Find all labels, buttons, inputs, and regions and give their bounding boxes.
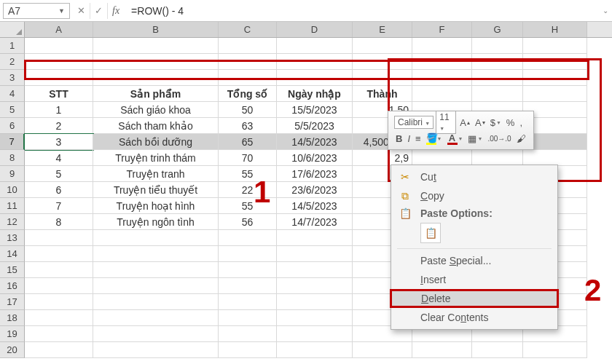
name-box-dropdown-icon[interactable]: ▼ (58, 7, 65, 15)
format-painter-icon[interactable]: 🖌 (515, 133, 527, 144)
col-header-A[interactable]: A (25, 22, 93, 37)
ctx-cut[interactable]: ✂ Cut (391, 167, 557, 186)
cell-B8[interactable]: Truyện trinh thám (93, 150, 219, 166)
enter-button[interactable]: ✓ (90, 3, 108, 19)
row-header-4[interactable]: 4 (0, 86, 25, 102)
cell-D7[interactable]: 14/5/2023 (277, 134, 353, 150)
row-header-3[interactable]: 3 (0, 70, 25, 86)
font-color-icon[interactable]: A▼ (446, 132, 465, 145)
row-header-9[interactable]: 9 (0, 166, 25, 182)
cell-D8[interactable]: 10/6/2023 (277, 150, 353, 166)
cell-A5[interactable]: 1 (25, 102, 93, 118)
name-box-value: A7 (8, 5, 20, 17)
cell-B6[interactable]: Sách tham khảo (93, 118, 219, 134)
row-header-11[interactable]: 11 (0, 198, 25, 214)
row-header-8[interactable]: 8 (0, 150, 25, 166)
cell-D6[interactable]: 5/5/2023 (277, 118, 353, 134)
col-header-E[interactable]: E (353, 22, 412, 37)
header-sanpham[interactable]: Sản phẩm (93, 86, 219, 102)
row-header-16[interactable]: 16 (0, 278, 25, 294)
cell-C5[interactable]: 50 (219, 102, 277, 118)
header-ngaynhap[interactable]: Ngày nhập (277, 86, 353, 102)
cell-B5[interactable]: Sách giáo khoa (93, 102, 219, 118)
cell-D5[interactable]: 15/5/2023 (277, 102, 353, 118)
row-header-7[interactable]: 7 (0, 134, 25, 150)
name-box[interactable]: A7 ▼ (3, 3, 70, 19)
row-header-15[interactable]: 15 (0, 262, 25, 278)
row-8: 8 4 Truyện trinh thám 70 10/6/2023 2,9 (0, 150, 612, 166)
row-header-13[interactable]: 13 (0, 230, 25, 246)
align-center-icon[interactable]: ≡ (414, 133, 423, 144)
row-header-5[interactable]: 5 (0, 102, 25, 118)
font-family-select[interactable]: Calibri ▼ (394, 116, 434, 129)
ctx-insert[interactable]: Insert (391, 270, 557, 289)
cell-D9[interactable]: 17/6/2023 (277, 166, 353, 182)
ctx-copy[interactable]: ⧉ Copy (391, 186, 557, 205)
decrease-font-icon[interactable]: A▾ (474, 117, 487, 128)
increase-font-icon[interactable]: A▴ (458, 117, 471, 128)
comma-format-icon[interactable]: , (518, 117, 524, 128)
row-20: 20 (0, 342, 612, 358)
cell-B9[interactable]: Truyện tranh (93, 166, 219, 182)
row-header-17[interactable]: 17 (0, 294, 25, 310)
row-header-6[interactable]: 6 (0, 118, 25, 134)
row-header-1[interactable]: 1 (0, 38, 25, 54)
annotation-number-1: 1 (254, 175, 270, 210)
col-header-F[interactable]: F (412, 22, 472, 37)
increase-decimal-icon[interactable]: .00→.0 (486, 135, 512, 143)
cell-A7[interactable]: 3 (25, 134, 93, 150)
cut-icon: ✂ (397, 171, 413, 183)
row-header-12[interactable]: 12 (0, 214, 25, 230)
col-header-D[interactable]: D (277, 22, 353, 37)
cell-B10[interactable]: Truyện tiểu thuyết (93, 182, 219, 198)
accounting-format-icon[interactable]: $▼ (489, 117, 503, 128)
cell-C8[interactable]: 70 (219, 150, 277, 166)
col-header-C[interactable]: C (219, 22, 277, 37)
italic-button[interactable]: I (406, 133, 412, 144)
cell-C7[interactable]: 65 (219, 134, 277, 150)
cell-D11[interactable]: 14/5/2023 (277, 198, 353, 214)
col-header-G[interactable]: G (472, 22, 523, 37)
cell-D12[interactable]: 14/7/2023 (277, 214, 353, 230)
copy-icon: ⧉ (397, 190, 413, 202)
row-header-20[interactable]: 20 (0, 342, 25, 358)
expand-formula-bar-icon[interactable]: ⌄ (599, 7, 612, 15)
percent-format-icon[interactable]: % (505, 117, 517, 128)
cell-E8[interactable]: 2,9 (353, 150, 412, 166)
cell-B12[interactable]: Truyện ngôn tình (93, 214, 219, 230)
header-thanh[interactable]: Thành (353, 86, 412, 102)
cell-A9[interactable]: 5 (25, 166, 93, 182)
row-header-10[interactable]: 10 (0, 182, 25, 198)
row-header-2[interactable]: 2 (0, 54, 25, 70)
row-header-19[interactable]: 19 (0, 326, 25, 342)
fill-color-icon[interactable]: 🪣▼ (425, 132, 444, 145)
cell-A10[interactable]: 6 (25, 182, 93, 198)
header-tongso[interactable]: Tổng số (219, 86, 277, 102)
formula-input[interactable]: =ROW() - 4 (124, 5, 599, 17)
fx-icon[interactable]: fx (108, 5, 124, 17)
cell-B11[interactable]: Truyện hoạt hình (93, 198, 219, 214)
font-size-select[interactable]: 11 ▼ (436, 111, 456, 134)
select-all-corner[interactable] (0, 22, 25, 37)
cell-A6[interactable]: 2 (25, 118, 93, 134)
header-stt[interactable]: STT (25, 86, 93, 102)
cell-A12[interactable]: 8 (25, 214, 93, 230)
col-header-H[interactable]: H (523, 22, 587, 37)
mini-toolbar: Calibri ▼ 11 ▼ A▴ A▾ $▼ % , B I ≡ 🪣▼ A▼ … (388, 111, 534, 150)
borders-icon[interactable]: ▦▼ (466, 133, 484, 144)
row-header-18[interactable]: 18 (0, 310, 25, 326)
cell-A8[interactable]: 4 (25, 150, 93, 166)
bold-button[interactable]: B (394, 133, 404, 144)
ctx-delete[interactable]: Delete (390, 289, 559, 308)
ctx-paste-special[interactable]: Paste Special... (391, 251, 557, 270)
cancel-button[interactable]: ✕ (73, 3, 90, 19)
cell-C6[interactable]: 63 (219, 118, 277, 134)
ctx-clear-contents[interactable]: Clear Contents (391, 308, 557, 327)
cell-C12[interactable]: 56 (219, 214, 277, 230)
col-header-B[interactable]: B (93, 22, 219, 37)
cell-B7[interactable]: Sách bồi dưỡng (93, 134, 219, 150)
paste-option-default[interactable]: 📋 (420, 223, 441, 243)
cell-A11[interactable]: 7 (25, 198, 93, 214)
row-header-14[interactable]: 14 (0, 246, 25, 262)
cell-D10[interactable]: 23/6/2023 (277, 182, 353, 198)
